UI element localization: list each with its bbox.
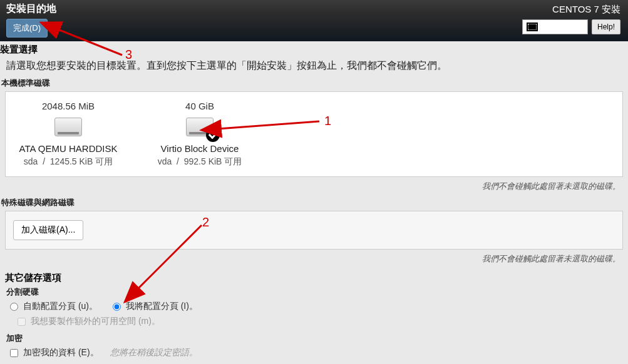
auto-partition-label[interactable]: 自動配置分頁 (u)。 bbox=[23, 301, 98, 312]
disk-subinfo: sda / 1245.5 KiB 可用 bbox=[8, 156, 128, 168]
disk-icon-wrap bbox=[186, 118, 214, 138]
partitioning-subheading: 分割硬碟 bbox=[5, 285, 623, 299]
encrypt-row: 加密我的資料 (E)。 您將在稍後設定密語。 bbox=[5, 345, 623, 360]
content-area: 裝置選擇 請選取您想要安裝的目標裝置。直到您按下主選單的「開始安裝」按鈕為止，我… bbox=[0, 41, 628, 360]
special-disks-heading: 特殊磁碟與網路磁碟 bbox=[0, 196, 628, 210]
disk-item-vda[interactable]: 40 GiB Virtio Block Device vda / 992.5 K… bbox=[137, 101, 262, 168]
extra-space-checkbox bbox=[18, 318, 26, 326]
extra-space-row: 我想要製作額外的可用空間 (m)。 bbox=[5, 314, 623, 329]
disk-free: 992.5 KiB 可用 bbox=[184, 156, 242, 166]
local-disks-heading: 本機標準磁碟 bbox=[0, 76, 628, 90]
special-disks-note: 我們不會碰觸此處留著未選取的磁碟。 bbox=[0, 251, 628, 268]
page-title: 安裝目的地 bbox=[6, 3, 56, 16]
done-button[interactable]: 完成(D) bbox=[6, 19, 48, 38]
keyboard-layout-selector[interactable]: cn bbox=[522, 19, 588, 34]
disk-free: 1245.5 KiB 可用 bbox=[50, 156, 113, 166]
manual-partition-label[interactable]: 我將配置分頁 (I)。 bbox=[126, 301, 198, 312]
encrypt-checkbox[interactable] bbox=[10, 349, 18, 357]
lang-help-row: cn Help! bbox=[522, 19, 620, 34]
device-selection-heading: 裝置選擇 bbox=[0, 43, 628, 57]
auto-partition-radio[interactable] bbox=[10, 303, 18, 311]
top-bar: 安裝目的地 完成(D) CENTOS 7 安裝 cn Help! bbox=[0, 0, 628, 41]
encrypt-label[interactable]: 加密我的資料 (E)。 bbox=[23, 347, 99, 358]
encrypt-subheading: 加密 bbox=[5, 331, 623, 345]
disk-size: 40 GiB bbox=[140, 101, 260, 111]
disk-dev: sda bbox=[24, 156, 38, 166]
disk-subinfo: vda / 992.5 KiB 可用 bbox=[140, 156, 260, 168]
other-options-heading: 其它儲存選項 bbox=[5, 271, 623, 285]
disk-name: ATA QEMU HARDDISK bbox=[8, 143, 128, 154]
device-selection-desc: 請選取您想要安裝的目標裝置。直到您按下主選單的「開始安裝」按鈕為止，我們都不會碰… bbox=[0, 57, 628, 76]
other-storage-options: 其它儲存選項 分割硬碟 自動配置分頁 (u)。 我將配置分頁 (I)。 我想要製… bbox=[0, 268, 628, 360]
disk-item-sda[interactable]: 2048.56 MiB ATA QEMU HARDDISK sda / 1245… bbox=[6, 101, 131, 168]
keyboard-icon bbox=[527, 23, 538, 31]
local-disks-note: 我們不會碰觸此處留著未選取的磁碟。 bbox=[0, 178, 628, 196]
topbar-right: CENTOS 7 安裝 cn Help! bbox=[522, 4, 620, 34]
manual-partition-radio[interactable] bbox=[113, 303, 121, 311]
partitioning-row: 自動配置分頁 (u)。 我將配置分頁 (I)。 bbox=[5, 299, 623, 314]
extra-space-label: 我想要製作額外的可用空間 (m)。 bbox=[31, 316, 160, 327]
disk-dev: vda bbox=[158, 156, 172, 166]
installer-name: CENTOS 7 安裝 bbox=[522, 4, 620, 16]
special-disks-panel: 加入磁碟(A)... bbox=[5, 211, 623, 250]
disk-name: Virtio Block Device bbox=[140, 143, 260, 154]
disk-size: 2048.56 MiB bbox=[8, 101, 128, 111]
harddisk-icon bbox=[54, 118, 82, 136]
disk-icon-wrap bbox=[54, 118, 82, 138]
add-disk-button[interactable]: 加入磁碟(A)... bbox=[13, 220, 83, 240]
local-disks-panel: 2048.56 MiB ATA QEMU HARDDISK sda / 1245… bbox=[5, 91, 623, 177]
check-badge-icon bbox=[206, 128, 220, 142]
encrypt-hint: 您將在稍後設定密語。 bbox=[110, 347, 198, 358]
help-button[interactable]: Help! bbox=[592, 19, 620, 34]
keyboard-layout-label: cn bbox=[542, 23, 550, 31]
